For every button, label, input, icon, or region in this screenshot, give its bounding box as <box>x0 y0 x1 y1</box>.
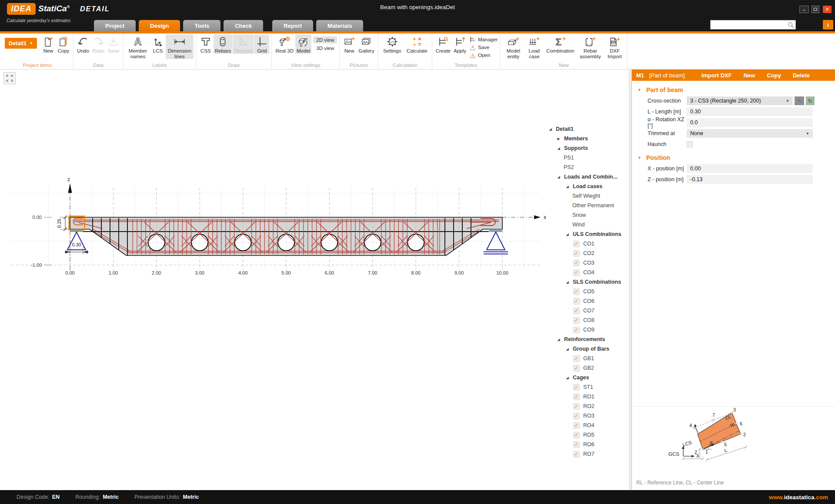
template-open-button[interactable]: Open <box>470 52 498 58</box>
save-button[interactable]: Save <box>106 34 121 54</box>
expander-expanded-icon[interactable]: ◢ <box>556 175 561 179</box>
expander-expanded-icon[interactable]: ◢ <box>565 232 570 236</box>
checkbox-checked[interactable]: ✓ <box>573 432 580 438</box>
expander-collapsed-icon[interactable]: ▶ <box>556 137 561 141</box>
tree-item-ro6[interactable]: ✓RO6 <box>544 440 628 449</box>
checkbox-checked[interactable]: ✓ <box>573 413 580 419</box>
x-position-input[interactable]: 0.00 <box>687 164 813 173</box>
tree-item-cages[interactable]: ◢Cages <box>544 373 628 382</box>
checkbox-checked[interactable]: ✓ <box>573 365 580 371</box>
checkbox-checked[interactable]: ✓ <box>573 250 580 257</box>
tab-report[interactable]: Report <box>272 20 313 31</box>
checkbox-checked[interactable]: ✓ <box>573 403 580 410</box>
tree-item-co3[interactable]: ✓CO3 <box>544 258 628 268</box>
tree-item-gb1[interactable]: ✓GB1 <box>544 354 628 363</box>
tree-item-group-of-bars[interactable]: ◢Group of Bars <box>544 344 628 354</box>
tree-item-gb2[interactable]: ✓GB2 <box>544 363 628 373</box>
new-picture-button[interactable]: New <box>342 34 357 54</box>
dimension-lines-button[interactable]: Dimension lines <box>166 34 194 59</box>
tree-item-supports[interactable]: ◢Supports <box>544 143 628 153</box>
tree-item-ro7[interactable]: ✓RO7 <box>544 449 628 459</box>
tree-item-co7[interactable]: ✓CO7 <box>544 306 628 315</box>
view-2d-button[interactable]: 2D view <box>313 36 337 43</box>
expander-expanded-icon[interactable]: ◢ <box>548 127 553 131</box>
tree-item-co9[interactable]: ✓CO9 <box>544 325 628 335</box>
model-canvas[interactable]: z x 0.00 -1.00 0.25 <box>0 70 631 490</box>
css-button[interactable]: CSS <box>198 34 213 54</box>
copy-button[interactable]: Copy <box>767 72 781 79</box>
diagram-button[interactable]: Diagram <box>233 34 254 54</box>
tree-item-members[interactable]: ▶Members <box>544 134 628 143</box>
checkbox-checked[interactable]: ✓ <box>573 422 580 429</box>
tab-design[interactable]: Design <box>139 20 180 31</box>
tab-tools[interactable]: Tools <box>183 20 220 31</box>
gallery-button[interactable]: Gallery <box>357 34 375 54</box>
real-3d-button[interactable]: Real 3D <box>274 34 295 54</box>
tree-item-ro5[interactable]: ✓RO5 <box>544 430 628 440</box>
refresh-cross-section-button[interactable]: ↻ <box>806 96 815 105</box>
checkbox-checked[interactable]: ✓ <box>573 327 580 333</box>
tree-item-co2[interactable]: ✓CO2 <box>544 249 628 258</box>
tree-item-reinforcements[interactable]: ◢Reinforcements <box>544 335 628 344</box>
tree-item-uls-combinations[interactable]: ◢ULS Combinations <box>544 229 628 239</box>
tree-item-co1[interactable]: ✓CO1 <box>544 239 628 249</box>
import-dxf-button[interactable]: Import DXF <box>701 72 732 79</box>
combination-button[interactable]: Σ Combination <box>544 34 576 54</box>
checkbox-checked[interactable]: ✓ <box>573 355 580 362</box>
checkbox-checked[interactable]: ✓ <box>573 441 580 448</box>
tree-item-co8[interactable]: ✓CO8 <box>544 315 628 325</box>
apply-template-button[interactable]: Apply <box>452 34 468 54</box>
section-part-of-beam[interactable]: ▼ Part of beam <box>638 86 835 93</box>
tab-materials[interactable]: Materials <box>316 20 363 31</box>
tree-item-ps1[interactable]: PS1 <box>544 153 628 162</box>
expander-expanded-icon[interactable]: ◢ <box>556 146 561 150</box>
rebar-assembly-button[interactable]: Rebar assembly <box>577 34 604 59</box>
redo-button[interactable]: Redo <box>91 34 106 54</box>
trimmed-at-select[interactable]: None ▼ <box>687 129 813 138</box>
expander-expanded-icon[interactable]: ◢ <box>565 376 570 380</box>
tree-item-st1[interactable]: ✓ST1 <box>544 382 628 392</box>
length-input[interactable]: 0.30 <box>687 107 813 116</box>
section-position[interactable]: ▼ Position <box>638 154 835 161</box>
model-entity-button[interactable]: Model entity <box>502 34 524 59</box>
edit-cross-section-button[interactable]: ✎ <box>795 96 804 105</box>
tree-item-ro3[interactable]: ✓RO3 <box>544 411 628 421</box>
z-position-input[interactable]: -0.13 <box>687 175 813 184</box>
tree-item-ro2[interactable]: ✓RO2 <box>544 401 628 411</box>
tree-item-other-permanent[interactable]: Other Permanent <box>544 201 628 210</box>
zoom-extents-button[interactable] <box>3 72 16 84</box>
minimize-button[interactable]: – <box>799 6 809 13</box>
dxf-import-button[interactable]: DXF DXF Import <box>604 34 625 59</box>
undo-button[interactable]: Undo <box>76 34 90 54</box>
load-case-button[interactable]: Load case <box>524 34 544 59</box>
checkbox-checked[interactable]: ✓ <box>573 260 580 266</box>
close-button[interactable]: ✕ <box>823 6 832 13</box>
tree-item-snow[interactable]: Snow <box>544 210 628 220</box>
tree-item-wind[interactable]: Wind <box>544 220 628 229</box>
model-button[interactable]: Model <box>295 34 311 54</box>
tree-item-detail1[interactable]: ◢Detail1 <box>544 124 628 134</box>
new-button[interactable]: New <box>744 72 755 79</box>
template-save-button[interactable]: Save <box>470 44 498 50</box>
tree-item-ps2[interactable]: PS2 <box>544 162 628 172</box>
tree-item-loads-and-combin[interactable]: ◢Loads and Combin... <box>544 172 628 182</box>
rebars-button[interactable]: Rebars <box>214 34 232 54</box>
tree-item-co6[interactable]: ✓CO6 <box>544 296 628 306</box>
checkbox-checked[interactable]: ✓ <box>573 241 580 247</box>
copy-project-item-button[interactable]: Copy <box>56 34 71 54</box>
tree-item-ro4[interactable]: ✓RO4 <box>544 421 628 430</box>
checkbox-checked[interactable]: ✓ <box>573 308 580 314</box>
info-button[interactable]: i <box>823 20 833 30</box>
checkbox-checked[interactable]: ✓ <box>573 298 580 305</box>
tab-project[interactable]: Project <box>94 20 136 31</box>
tree-item-sls-combinations[interactable]: ◢SLS Combinations <box>544 277 628 287</box>
settings-button[interactable]: </> Settings <box>381 34 404 54</box>
template-manager-button[interactable]: Manager <box>470 36 498 43</box>
lcs-button[interactable]: LCS <box>150 34 165 54</box>
checkbox-checked[interactable]: ✓ <box>573 451 580 458</box>
create-template-button[interactable]: Create <box>434 34 452 54</box>
website-link[interactable]: www.ideastatica.com <box>769 494 835 501</box>
calculate-button[interactable]: +×÷= Calculate <box>404 34 430 54</box>
grid-button[interactable]: Grid <box>254 34 269 54</box>
tree-item-ro1[interactable]: ✓RO1 <box>544 392 628 401</box>
